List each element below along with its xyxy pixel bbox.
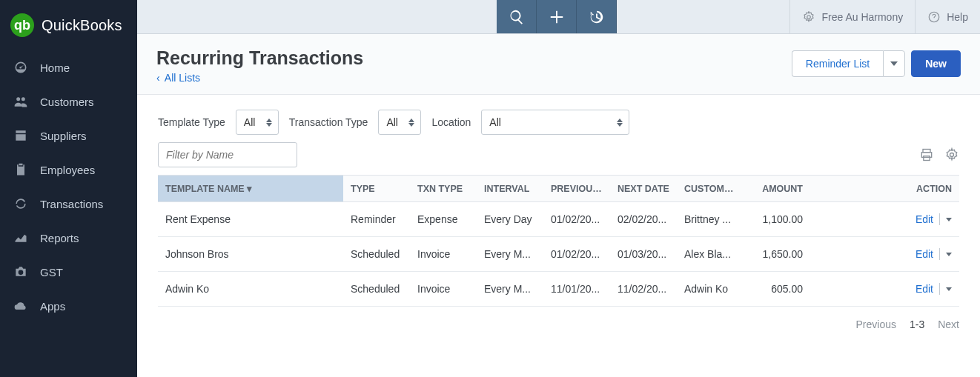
print-icon[interactable] xyxy=(919,147,934,162)
col-label: TEMPLATE NAME xyxy=(165,184,245,194)
sidebar-item-customers[interactable]: Customers xyxy=(0,84,137,119)
page-header: Recurring Transactions ‹ All Lists Remin… xyxy=(137,34,980,95)
qb-logo-icon: qb xyxy=(10,13,34,37)
sidebar-item-label: Transactions xyxy=(40,198,103,210)
template-type-select[interactable]: All xyxy=(236,110,279,135)
sidebar-item-label: Customers xyxy=(40,96,94,108)
sort-desc-icon: ▾ xyxy=(247,184,252,194)
search-button[interactable] xyxy=(497,0,537,33)
breadcrumb-all-lists[interactable]: ‹ All Lists xyxy=(156,72,363,84)
cell-interval: Every Day xyxy=(477,202,543,237)
sidebar-item-reports[interactable]: Reports xyxy=(0,221,137,255)
separator xyxy=(939,248,940,260)
cell-previous: 11/01/20... xyxy=(543,272,610,307)
filters-row: Template Type All Transaction Type All L… xyxy=(137,95,980,139)
sidebar-item-employees[interactable]: Employees xyxy=(0,153,137,187)
sidebar-item-transactions[interactable]: Transactions xyxy=(0,187,137,221)
plus-icon xyxy=(549,9,565,25)
col-next[interactable]: NEXT DATE xyxy=(610,176,677,202)
cell-customer: Adwin Ko xyxy=(677,272,744,307)
pagination-next[interactable]: Next xyxy=(938,318,959,330)
col-customer[interactable]: CUSTOMER xyxy=(677,176,744,202)
settings-icon[interactable] xyxy=(944,147,959,162)
cell-name: Rent Expense xyxy=(158,202,343,237)
sidebar-item-apps[interactable]: Apps xyxy=(0,289,137,323)
pagination-range: 1-3 xyxy=(910,318,924,330)
pagination-prev[interactable]: Previous xyxy=(856,318,896,330)
col-previous[interactable]: PREVIOUS DATE xyxy=(543,176,610,202)
col-txn-type[interactable]: TXN TYPE xyxy=(410,176,477,202)
people-icon xyxy=(13,94,28,109)
new-button-label: New xyxy=(925,58,947,70)
history-icon xyxy=(589,9,605,25)
cell-name: Adwin Ko xyxy=(158,272,343,307)
gear-icon xyxy=(802,10,815,24)
col-type[interactable]: TYPE xyxy=(343,176,410,202)
table-row: Johnson BrosScheduledInvoiceEvery M...01… xyxy=(158,237,959,272)
caret-down-icon xyxy=(946,287,952,291)
svg-point-5 xyxy=(950,153,954,157)
reminder-list-split-button[interactable]: Reminder List xyxy=(792,50,905,77)
sidebar-item-label: Apps xyxy=(40,300,65,313)
cell-next: 01/03/20... xyxy=(610,237,677,272)
transaction-type-select[interactable]: All xyxy=(378,110,421,135)
help-icon xyxy=(927,10,941,24)
reminder-list-label: Reminder List xyxy=(806,58,870,70)
updown-icon xyxy=(408,119,414,127)
cell-customer: Alex Bla... xyxy=(677,237,744,272)
location-label: Location xyxy=(431,116,471,128)
cell-amount: 605.00 xyxy=(744,272,810,307)
edit-action[interactable]: Edit xyxy=(916,213,952,225)
sidebar-item-suppliers[interactable]: Suppliers xyxy=(0,119,137,153)
caret-down-icon xyxy=(890,61,898,66)
filter-by-name-input[interactable] xyxy=(158,142,297,167)
edit-label: Edit xyxy=(916,283,933,295)
col-amount[interactable]: AMOUNT xyxy=(744,176,810,202)
col-template-name[interactable]: TEMPLATE NAME ▾ xyxy=(158,176,343,202)
search-icon xyxy=(509,9,525,25)
sidebar-item-label: Employees xyxy=(40,164,95,176)
template-type-label: Template Type xyxy=(158,116,225,128)
chart-icon xyxy=(13,230,28,245)
box-icon xyxy=(13,128,28,143)
edit-action[interactable]: Edit xyxy=(916,283,952,295)
separator xyxy=(939,213,940,225)
sidebar-item-gst[interactable]: GST xyxy=(0,255,137,289)
updown-icon xyxy=(617,119,623,127)
location-value: All xyxy=(489,116,501,128)
help-link[interactable]: Help xyxy=(915,0,980,33)
sidebar-item-label: Reports xyxy=(40,232,79,244)
sidebar-item-home[interactable]: Home xyxy=(0,50,137,84)
updown-icon xyxy=(266,119,272,127)
edit-label: Edit xyxy=(916,248,933,260)
cell-previous: 01/02/20... xyxy=(543,237,610,272)
cell-interval: Every M... xyxy=(477,272,543,307)
history-button[interactable] xyxy=(577,0,617,33)
caret-down-icon xyxy=(946,218,952,221)
cell-txn-type: Invoice xyxy=(410,237,477,272)
separator xyxy=(939,283,940,295)
reminder-list-dropdown[interactable] xyxy=(883,50,905,77)
help-label: Help xyxy=(947,11,968,23)
cell-type: Scheduled xyxy=(343,237,410,272)
brand-name: QuickBooks xyxy=(42,17,122,34)
cell-amount: 1,100.00 xyxy=(744,202,810,237)
create-button[interactable] xyxy=(537,0,577,33)
col-interval[interactable]: INTERVAL xyxy=(477,176,543,202)
brand-logo: qb QuickBooks xyxy=(0,0,137,50)
breadcrumb-label: All Lists xyxy=(165,72,200,84)
location-select[interactable]: All xyxy=(481,110,629,135)
page-title: Recurring Transactions xyxy=(156,47,363,69)
new-button[interactable]: New xyxy=(911,50,961,77)
cell-txn-type: Expense xyxy=(410,202,477,237)
sync-icon xyxy=(13,196,28,211)
caret-down-icon xyxy=(946,253,952,256)
cell-next: 11/02/20... xyxy=(610,272,677,307)
cell-type: Reminder xyxy=(343,202,410,237)
svg-rect-4 xyxy=(924,156,930,161)
cell-previous: 01/02/20... xyxy=(543,202,610,237)
harmony-link[interactable]: Free Au Harmony xyxy=(789,0,915,33)
cell-txn-type: Invoice xyxy=(410,272,477,307)
cell-type: Scheduled xyxy=(343,272,410,307)
edit-action[interactable]: Edit xyxy=(916,248,952,260)
